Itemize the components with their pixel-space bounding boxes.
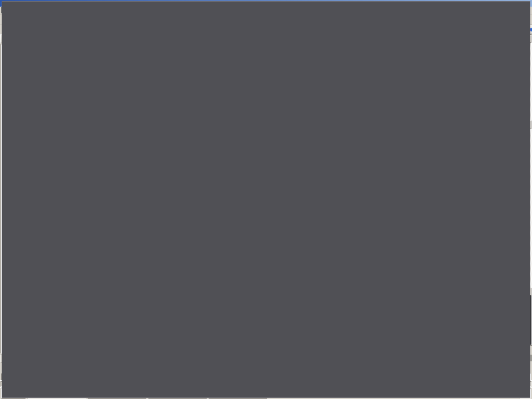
dock-strip-2 xyxy=(504,346,524,354)
viewport-toolbar-strip: ◈✎△◬▻≡▦◧↔▣ ◀ ▶ xyxy=(93,345,532,355)
